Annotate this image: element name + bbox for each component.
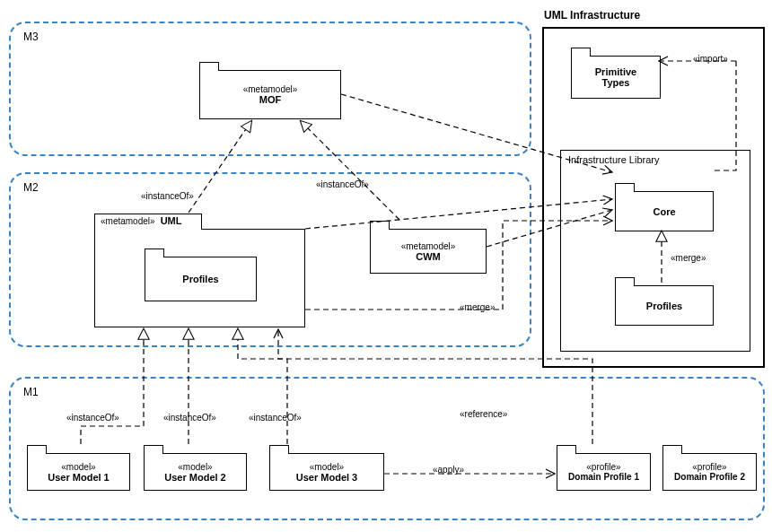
label-merge-uml-profiles: «merge» xyxy=(458,302,496,312)
label-import: «import» xyxy=(691,54,730,64)
pkg-cwm: «metamodel» CWM xyxy=(370,229,487,274)
pkg-infra-profiles-name: Profiles xyxy=(646,301,682,311)
label-merge-infra: «merge» xyxy=(669,253,707,263)
layer-m2-label: M2 xyxy=(23,181,39,194)
pkg-uml: «metamodel» UML Profiles xyxy=(94,229,305,327)
layer-m1-label: M1 xyxy=(23,386,39,398)
pkg-primitive-types: Primitive Types xyxy=(571,56,661,99)
pkg-core: Core xyxy=(615,191,714,231)
label-instanceof-uml-mof: «instanceOf» xyxy=(139,191,196,201)
pkg-uml-name: UML xyxy=(161,215,182,226)
label-instanceof-cwm-mof: «instanceOf» xyxy=(314,179,371,189)
pkg-domain-profile-1: «profile»Domain Profile 1 xyxy=(557,453,651,491)
pkg-cwm-stereo: «metamodel» xyxy=(401,241,456,251)
pkg-user-model-3: «model»User Model 3 xyxy=(269,453,384,491)
label-apply: «apply» xyxy=(431,465,466,475)
pkg-mof-name: MOF xyxy=(259,94,281,105)
layer-m1: M1 xyxy=(9,377,765,520)
label-instanceof-um1: «instanceOf» xyxy=(65,413,121,423)
label-reference: «reference» xyxy=(458,409,509,419)
pkg-user-model-1: «model»User Model 1 xyxy=(27,453,130,491)
infrastructure-library: Infrastructure Library Core Profiles xyxy=(560,150,750,352)
pkg-infra-profiles: Profiles xyxy=(615,285,714,326)
pkg-uml-profiles: Profiles xyxy=(145,257,257,301)
label-instanceof-um2: «instanceOf» xyxy=(162,413,218,423)
pkg-uml-stereo: «metamodel» xyxy=(101,216,155,226)
pkg-cwm-name: CWM xyxy=(416,251,441,262)
pkg-user-model-2: «model»User Model 2 xyxy=(144,453,247,491)
pkg-mof-stereo: «metamodel» xyxy=(243,84,298,94)
label-instanceof-um3: «instanceOf» xyxy=(247,413,303,423)
pkg-domain-profile-2: «profile»Domain Profile 2 xyxy=(662,453,757,491)
pkg-primitive-types-name: Primitive Types xyxy=(595,66,636,88)
pkg-uml-profiles-name: Profiles xyxy=(182,274,218,284)
pkg-core-name: Core xyxy=(653,206,675,217)
layer-m3-label: M3 xyxy=(23,31,39,43)
pkg-mof: «metamodel» MOF xyxy=(199,70,341,119)
infrastructure-library-title: Infrastructure Library xyxy=(568,154,659,165)
diagram-stage: M3 M2 M1 UML Infrastructure Primitive Ty… xyxy=(0,0,772,532)
uml-infrastructure-title: UML Infrastructure xyxy=(544,9,640,22)
uml-infrastructure: UML Infrastructure Primitive Types Infra… xyxy=(542,27,765,368)
